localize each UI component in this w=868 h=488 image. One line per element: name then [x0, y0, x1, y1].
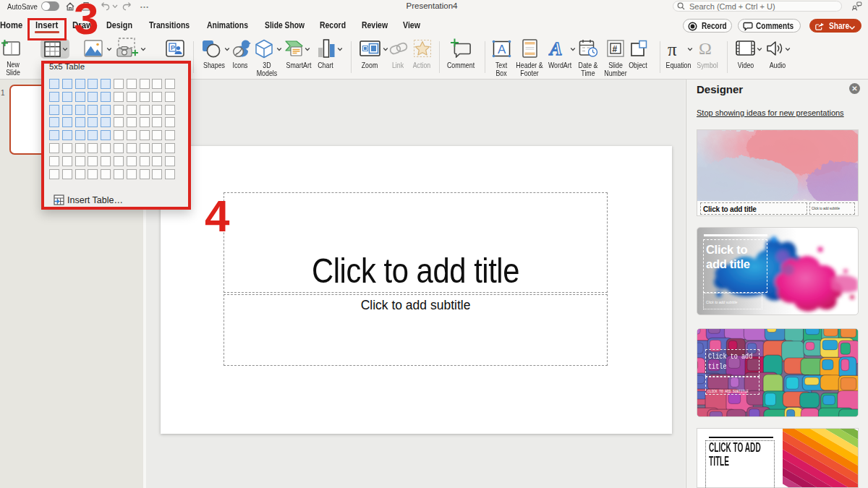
svg-text:A: A — [498, 43, 506, 56]
svg-text:P: P — [171, 44, 175, 51]
svg-text:#: # — [613, 44, 618, 54]
svg-text:A: A — [548, 39, 562, 58]
